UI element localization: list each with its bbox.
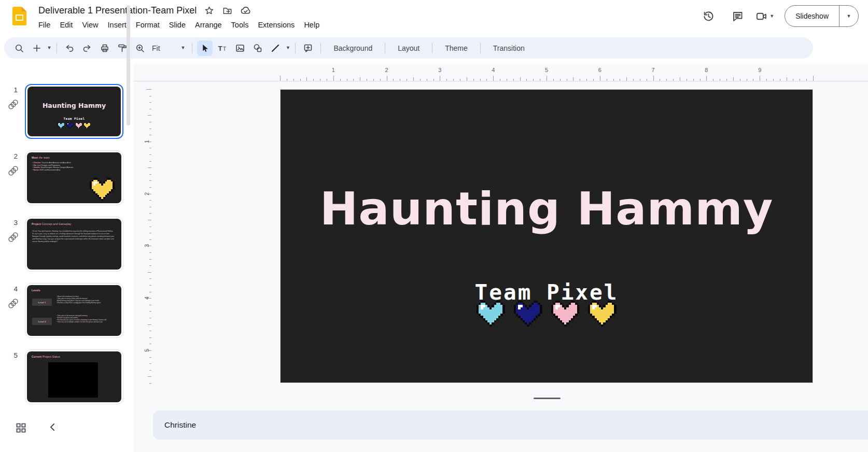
zoom-select[interactable]: Fit ▼ — [149, 40, 188, 56]
notes-resize-handle[interactable] — [534, 398, 561, 399]
join-call-caret-icon[interactable]: ▼ — [769, 14, 774, 19]
grid-view-icon[interactable] — [16, 422, 26, 433]
slide-thumbnail-2[interactable]: Meet the team•Christine: Character Artis… — [25, 150, 123, 205]
print-icon[interactable] — [97, 40, 113, 56]
redo-icon[interactable] — [79, 40, 95, 56]
ruler-label: 2 — [385, 67, 388, 73]
undo-icon[interactable] — [62, 40, 77, 56]
ruler-tick — [493, 76, 494, 81]
insert-line-caret-icon[interactable]: ▼ — [284, 40, 291, 56]
thumb-slide-title: Haunting Hammy — [27, 102, 121, 109]
top-bar: Deliverable 1 Presentation-Team Pixel Fi… — [0, 0, 868, 33]
pixel-heart-icon — [477, 301, 505, 327]
menu-arrange[interactable]: Arrange — [190, 19, 227, 32]
ruler-tick — [700, 79, 701, 81]
toolbar-separator — [295, 43, 296, 53]
slideshow-button[interactable]: Slideshow — [785, 12, 839, 20]
ruler-tick — [726, 79, 727, 81]
ruler-tick — [780, 79, 780, 81]
menu-slide[interactable]: Slide — [164, 19, 190, 32]
speaker-notes-text[interactable]: Christine — [153, 420, 196, 430]
ruler-tick — [380, 79, 381, 81]
join-call-button[interactable]: ▼ — [755, 10, 774, 22]
zoom-caret-icon: ▼ — [181, 46, 186, 50]
transition-indicator-icon[interactable] — [8, 165, 19, 176]
zoom-icon[interactable] — [132, 40, 148, 56]
comments-icon[interactable] — [726, 5, 748, 27]
ruler-tick — [500, 79, 500, 81]
ruler-label: 6 — [598, 67, 601, 73]
ruler-tick — [149, 213, 152, 214]
ruler-tick — [580, 79, 580, 81]
menu-tools[interactable]: Tools — [227, 19, 254, 32]
slide-title[interactable]: Haunting Hammy — [281, 182, 813, 235]
collapse-filmstrip-icon[interactable] — [48, 422, 58, 432]
ruler-tick — [149, 265, 152, 266]
ruler-tick — [149, 233, 152, 233]
slide-number: 4 — [6, 285, 18, 293]
version-history-icon[interactable] — [697, 5, 719, 27]
slides-logo[interactable] — [12, 7, 26, 25]
ruler-tick — [433, 79, 434, 81]
menu-view[interactable]: View — [77, 19, 103, 32]
slide-thumbnail-3[interactable]: Project Concept and GameplayOh no! Your … — [25, 217, 123, 272]
ruler-tick — [760, 76, 760, 81]
add-comment-icon[interactable] — [300, 40, 316, 56]
toolbar-text-buttons: BackgroundLayoutThemeTransition — [325, 41, 533, 55]
speaker-notes-bar[interactable]: Christine — [153, 411, 868, 440]
toolbar-separator — [432, 43, 432, 53]
ruler-tick — [660, 79, 660, 81]
menu-format[interactable]: Format — [131, 19, 164, 32]
ruler-tick — [400, 79, 400, 81]
title-block: Deliverable 1 Presentation-Team Pixel Fi… — [38, 3, 324, 32]
ruler-tick — [149, 129, 152, 129]
ruler-tick — [480, 79, 481, 81]
new-slide-caret-icon[interactable]: ▼ — [46, 40, 53, 56]
toolbar-button-transition[interactable]: Transition — [484, 41, 534, 55]
insert-line-icon[interactable] — [268, 40, 283, 56]
ruler-tick — [373, 79, 374, 81]
insert-image-icon[interactable] — [232, 40, 248, 56]
current-slide[interactable]: Haunting Hammy Team Pixel — [280, 89, 813, 383]
toolbar-button-theme[interactable]: Theme — [436, 41, 477, 55]
ruler-tick — [149, 239, 152, 240]
transition-indicator-icon[interactable] — [8, 298, 19, 309]
ruler-tick — [149, 357, 152, 358]
thumb-level-bullets: • Meant to be introductory (no timer)• T… — [57, 295, 119, 304]
menu-help[interactable]: Help — [299, 19, 324, 32]
star-icon[interactable] — [203, 5, 215, 16]
ruler-tick — [567, 79, 567, 81]
search-icon[interactable] — [11, 40, 27, 56]
move-folder-icon[interactable] — [221, 5, 233, 16]
transition-indicator-icon[interactable] — [8, 232, 19, 243]
slide-thumbnail-1[interactable]: Haunting HammyTeam Pixel — [25, 84, 123, 139]
slide-thumbnail-5[interactable]: Current Project Status — [25, 349, 123, 404]
document-title[interactable]: Deliverable 1 Presentation-Team Pixel — [38, 5, 197, 16]
select-cursor-icon[interactable] — [197, 40, 213, 56]
menu-edit[interactable]: Edit — [55, 19, 77, 32]
transition-indicator-icon[interactable] — [8, 99, 19, 110]
menu-extensions[interactable]: Extensions — [253, 19, 299, 32]
thumb-level-label: Level 2 — [32, 318, 52, 325]
horizontal-ruler: 123456789 — [134, 65, 868, 81]
toolbar-button-background[interactable]: Background — [325, 41, 381, 55]
ruler-label: 2 — [144, 192, 150, 195]
ruler-tick — [300, 79, 301, 81]
svg-text:T: T — [218, 44, 223, 52]
zoom-value: Fit — [152, 44, 160, 52]
insert-shape-icon[interactable] — [250, 40, 265, 56]
new-slide-icon[interactable] — [29, 40, 45, 56]
ruler-tick — [620, 79, 620, 81]
text-box-icon[interactable]: TT — [215, 40, 230, 56]
ruler-tick — [747, 79, 747, 81]
ruler-tick — [149, 311, 152, 312]
ruler-tick — [666, 79, 667, 81]
slideshow-dropdown-caret-icon[interactable]: ▼ — [839, 6, 858, 26]
pixel-hearts-row[interactable] — [281, 301, 813, 327]
slide-thumbnail-4[interactable]: LevelsLevel 1• Meant to be introductory … — [25, 283, 123, 338]
ruler-tick — [148, 115, 151, 116]
toolbar-button-layout[interactable]: Layout — [389, 41, 428, 55]
filmstrip-scrollbar[interactable] — [127, 5, 130, 125]
cloud-saved-icon[interactable] — [240, 5, 251, 16]
menu-file[interactable]: File — [34, 19, 55, 32]
